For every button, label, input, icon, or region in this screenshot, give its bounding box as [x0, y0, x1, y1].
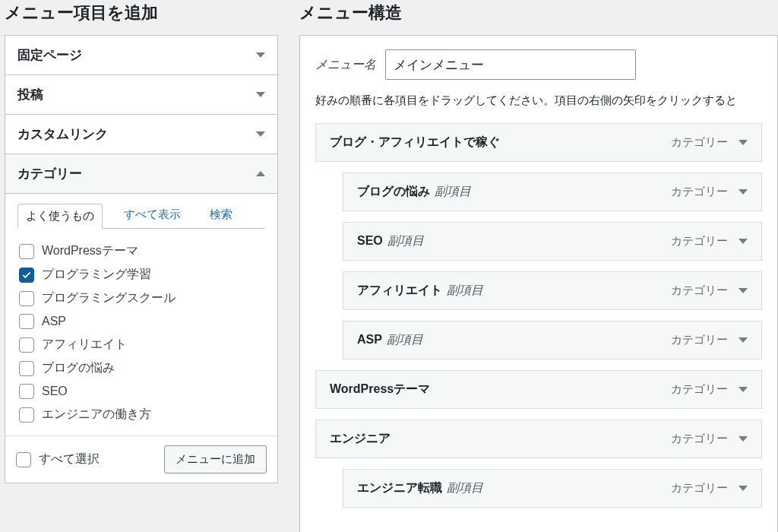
- category-checkbox[interactable]: [19, 268, 34, 283]
- drag-hint: 好みの順番に各項目をドラッグしてください。項目の右側の矢印をクリックすると: [300, 93, 777, 123]
- menu-item-label: WordPressテーマ: [330, 382, 430, 395]
- category-label: WordPressテーマ: [42, 243, 138, 259]
- add-to-menu-button[interactable]: メニューに追加: [164, 445, 267, 473]
- accordion-custom-links-label: カスタムリンク: [17, 125, 108, 143]
- chevron-down-icon: [256, 92, 265, 97]
- accordion-categories[interactable]: カテゴリー よく使うもの すべて表示 検索 WordPressテーマプログラミン…: [5, 154, 278, 483]
- menu-item-label: ブログ・アフィリエイトで稼ぐ: [330, 135, 500, 148]
- menu-structure-heading: メニュー構造: [299, 2, 778, 24]
- category-label: プログラミング学習: [42, 267, 151, 283]
- category-row[interactable]: ブログの悩み: [19, 356, 264, 380]
- category-row[interactable]: ASP: [19, 310, 264, 333]
- add-items-heading: メニュー項目を追加: [5, 2, 278, 24]
- category-row[interactable]: プログラミング学習: [19, 263, 264, 287]
- chevron-down-icon[interactable]: [738, 239, 748, 244]
- menu-name-label: メニュー名: [315, 57, 376, 73]
- chevron-up-icon: [256, 171, 265, 176]
- menu-item[interactable]: WordPressテーマカテゴリー: [315, 370, 762, 409]
- menu-item[interactable]: SEO副項目カテゴリー: [343, 222, 762, 261]
- menu-item-type: カテゴリー: [671, 481, 728, 496]
- category-row[interactable]: エンジニアの働き方: [19, 403, 264, 426]
- category-label: ブログの悩み: [42, 360, 115, 376]
- chevron-down-icon[interactable]: [738, 189, 748, 195]
- chevron-down-icon[interactable]: [738, 436, 748, 442]
- menu-item-label: SEO: [357, 234, 383, 247]
- menu-item[interactable]: エンジニアカテゴリー: [315, 420, 762, 458]
- tab-frequent[interactable]: よく使うもの: [17, 204, 103, 229]
- menu-item[interactable]: ブログの悩み副項目カテゴリー: [343, 173, 762, 211]
- menu-item-label: アフィリエイト: [357, 283, 442, 296]
- structure-panel: メニュー名 好みの順番に各項目をドラッグしてください。項目の右側の矢印をクリック…: [299, 35, 778, 532]
- menu-item-type: カテゴリー: [671, 333, 728, 347]
- chevron-down-icon[interactable]: [738, 288, 748, 293]
- menu-item-type: カテゴリー: [671, 185, 728, 199]
- accordion-posts-label: 投稿: [17, 86, 43, 103]
- accordion-pages-label: 固定ページ: [17, 46, 82, 64]
- category-row[interactable]: プログラミングスクール: [19, 287, 264, 310]
- category-checkbox[interactable]: [19, 337, 34, 353]
- category-label: ASP: [42, 315, 66, 328]
- subitem-label: 副項目: [387, 234, 424, 247]
- menu-item-type: カテゴリー: [671, 234, 728, 249]
- menu-item-type: カテゴリー: [671, 135, 728, 150]
- menu-item-type: カテゴリー: [671, 432, 728, 446]
- category-label: アフィリエイト: [42, 337, 127, 353]
- subitem-label: 副項目: [447, 283, 483, 296]
- menu-item-type: カテゴリー: [671, 382, 728, 397]
- menu-item[interactable]: ブログ・アフィリエイトで稼ぐカテゴリー: [315, 123, 762, 162]
- select-all-label: すべて選択: [39, 451, 100, 467]
- menu-item-label: エンジニア転職: [357, 481, 442, 494]
- chevron-down-icon[interactable]: [738, 486, 748, 491]
- category-checkbox[interactable]: [19, 361, 34, 376]
- menu-name-input[interactable]: [385, 49, 636, 80]
- chevron-down-icon: [256, 52, 265, 58]
- menu-item-type: カテゴリー: [671, 283, 728, 298]
- category-checkbox[interactable]: [19, 244, 34, 259]
- subitem-label: 副項目: [387, 333, 423, 346]
- category-checkbox[interactable]: [19, 314, 34, 329]
- category-label: SEO: [42, 385, 68, 398]
- menu-item[interactable]: エンジニア転職副項目カテゴリー: [343, 469, 762, 508]
- category-row[interactable]: SEO: [19, 380, 264, 403]
- menu-item[interactable]: ASP副項目カテゴリー: [343, 321, 762, 359]
- chevron-down-icon[interactable]: [738, 337, 748, 343]
- category-checkbox[interactable]: [19, 384, 34, 399]
- category-label: プログラミングスクール: [42, 290, 176, 306]
- tab-search[interactable]: 検索: [202, 203, 240, 228]
- accordion-posts[interactable]: 投稿: [5, 75, 278, 115]
- category-checkbox[interactable]: [19, 407, 34, 423]
- select-all-checkbox[interactable]: [16, 452, 31, 467]
- accordion-custom-links[interactable]: カスタムリンク: [5, 115, 278, 154]
- category-row[interactable]: アフィリエイト: [19, 333, 264, 356]
- menu-item[interactable]: アフィリエイト副項目カテゴリー: [343, 271, 762, 310]
- category-label: エンジニアの働き方: [42, 407, 151, 423]
- category-checkbox[interactable]: [19, 291, 34, 306]
- accordion-pages[interactable]: 固定ページ: [5, 35, 278, 75]
- chevron-down-icon[interactable]: [738, 140, 748, 145]
- chevron-down-icon[interactable]: [738, 387, 748, 392]
- tab-all[interactable]: すべて表示: [116, 203, 188, 228]
- menu-item-label: ブログの悩み: [357, 185, 430, 198]
- subitem-label: 副項目: [447, 481, 483, 494]
- subitem-label: 副項目: [435, 185, 471, 198]
- menu-item-label: エンジニア: [330, 432, 391, 445]
- menu-item-label: ASP: [357, 333, 382, 346]
- category-row[interactable]: WordPressテーマ: [19, 239, 264, 263]
- accordion-categories-label: カテゴリー: [17, 165, 82, 182]
- chevron-down-icon: [256, 131, 265, 137]
